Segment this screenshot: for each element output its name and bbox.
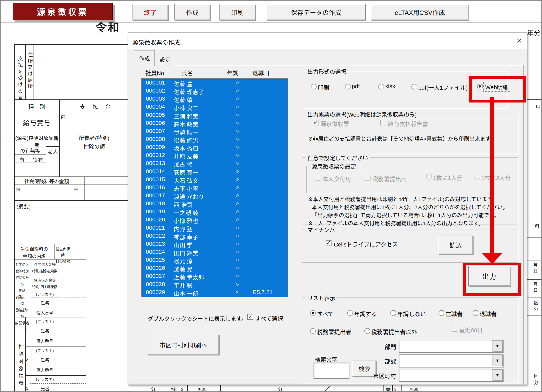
list-item[interactable]: 000004小林 良二○: [142, 103, 287, 111]
radio-filter-nencho-no[interactable]: [390, 310, 396, 316]
radio-print[interactable]: [311, 84, 317, 89]
radio-pdf-label[interactable]: pdf: [352, 83, 360, 89]
city-combo-arrow-icon[interactable]: ▼: [492, 370, 503, 381]
print-button[interactable]: 印刷: [219, 4, 255, 20]
radio-filter-all-label[interactable]: すべて: [317, 309, 334, 318]
employee-name: 平井 聡: [174, 281, 193, 289]
list-item[interactable]: 000007伊勢 順一○: [142, 127, 287, 135]
dept-combobox[interactable]: ▼: [399, 340, 503, 353]
dialog-titlebar[interactable]: 源泉徴収票の作成 ×: [128, 33, 527, 49]
list-item[interactable]: 000002佐藤 理恵子○: [142, 87, 287, 95]
select-all-checkbox[interactable]: [247, 314, 253, 320]
list-item[interactable]: 000009坂本 秀樹○: [142, 143, 287, 151]
radio-pdf[interactable]: [345, 84, 351, 89]
form-uchi-label: 内: [61, 113, 65, 120]
radio-filter-tax-submit-other-label[interactable]: 税務署提出者以外: [371, 327, 417, 336]
eltax-csv-button[interactable]: eLTAX用CSV作成: [371, 4, 469, 20]
list-item[interactable]: 000025松元 涼○: [142, 256, 287, 264]
radio-filter-retired-label[interactable]: 退職者: [479, 309, 497, 318]
tab-create[interactable]: 作成: [134, 50, 155, 66]
list-item[interactable]: 000026加藤 晃○: [142, 264, 287, 272]
list-item[interactable]: 000027近藤 幸太郎○: [142, 272, 287, 280]
checkbox-cells-drive-label[interactable]: Cellsドライブにアクセス: [334, 240, 398, 248]
radio-filter-active[interactable]: [439, 310, 444, 316]
employee-no: 000021: [146, 224, 165, 231]
list-item[interactable]: 000013加古 修○: [142, 159, 287, 167]
app-title-button[interactable]: 源泉徴収票: [13, 3, 113, 20]
nencho-mark: ○: [231, 233, 243, 239]
radio-filter-retired[interactable]: [473, 310, 478, 316]
form-line: [79, 176, 79, 185]
list-item[interactable]: 000023山田 学○: [142, 240, 287, 248]
radio-pdf-per-person-label[interactable]: pdf(一人1ファイル): [418, 83, 468, 91]
radio-filter-nencho-yes-label[interactable]: 年調する: [354, 309, 377, 318]
list-item[interactable]: 000028平井 聡○: [142, 280, 287, 288]
dept-label: 部門: [385, 342, 396, 351]
nencho-mark: ○: [231, 265, 243, 271]
employee-name: 伊勢 順一: [174, 128, 198, 136]
list-item[interactable]: 000012井原 友美○: [142, 151, 287, 159]
city-print-button[interactable]: 市区町村別印刷へ: [148, 335, 219, 355]
list-item[interactable]: 000017渡邊 かおり○: [142, 192, 287, 200]
form-line: [438, 385, 438, 392]
radio-filter-tax-submit-other[interactable]: [364, 328, 370, 334]
list-item[interactable]: 000021内野 猛○: [142, 224, 287, 232]
radio-filter-tax-submit[interactable]: [310, 328, 316, 334]
list-item[interactable]: 000022神部 幸子○: [142, 232, 287, 240]
list-item[interactable]: 000006髙木 政美○: [142, 119, 287, 127]
city-combobox[interactable]: ▼: [399, 369, 503, 382]
employee-no: 000024: [146, 249, 165, 255]
list-item[interactable]: 000005三浦 和美○: [142, 111, 287, 119]
radio-print-label[interactable]: 印刷: [318, 83, 329, 91]
radio-filter-tax-submit-label[interactable]: 税務署提出者: [317, 327, 351, 336]
form-line: [14, 200, 128, 201]
radio-filter-nencho-yes[interactable]: [347, 310, 353, 316]
form-subhave-label: 従有: [30, 156, 46, 163]
exit-button[interactable]: 終了: [132, 4, 168, 20]
list-item[interactable]: 000016志平 小雪○: [142, 184, 287, 192]
list-item[interactable]: 000014荻原 真一○: [142, 168, 287, 175]
create-button[interactable]: 作成: [174, 4, 210, 20]
nencho-mark: ○: [231, 273, 243, 279]
radio-filter-all[interactable]: [310, 310, 316, 316]
employee-no: 000019: [146, 208, 165, 215]
checkbox-payment-report-label: 給与支払報告書: [388, 119, 428, 128]
radio-xlsx-label[interactable]: xlsx: [385, 83, 395, 89]
form-line: [30, 355, 86, 355]
section-combo-arrow-icon[interactable]: ▼: [492, 355, 503, 366]
close-icon[interactable]: ×: [517, 35, 522, 46]
city-label: 市区町村: [373, 371, 396, 380]
employee-name: 坂本 秀樹: [174, 144, 198, 152]
form-salary-cell: 給与賞与: [14, 118, 59, 127]
form-furigana-2: (フリガナ): [30, 348, 60, 353]
radio-pdf-per-person[interactable]: [412, 84, 417, 89]
list-item[interactable]: 000024田口 輝美○: [142, 248, 287, 256]
list-item[interactable]: 000019一之瀬 綾○: [142, 208, 287, 216]
list-item[interactable]: 000015大石 弘文○: [142, 175, 287, 184]
radio-xlsx[interactable]: [378, 84, 384, 89]
radio-filter-active-label[interactable]: 在職者: [445, 309, 463, 318]
search-input[interactable]: [314, 363, 349, 379]
tab-settings[interactable]: 設定: [155, 52, 175, 66]
list-item[interactable]: 000020小柳 雅也○: [142, 216, 287, 224]
radio-filter-nencho-no-label[interactable]: 年調しない: [397, 309, 426, 318]
radio-two-per-sheet: [475, 174, 480, 180]
list-item[interactable]: 000029山本 一郎×R5.7.21: [142, 288, 287, 296]
employee-name: 田口 輝美: [174, 249, 198, 257]
list-item[interactable]: 000001佐藤 豊○: [142, 79, 287, 87]
group-slip-settings-title: 源泉徴収票の設定: [310, 162, 358, 170]
save-data-button[interactable]: 保存データの作成: [267, 4, 366, 20]
employee-no: 000006: [146, 120, 165, 126]
checkbox-cells-drive[interactable]: [326, 240, 331, 246]
employee-listbox[interactable]: 000001佐藤 豊○000002佐藤 理恵子○000003佐藤 肇○00000…: [141, 78, 288, 297]
list-item[interactable]: 000003佐藤 肇○: [142, 95, 287, 103]
list-item[interactable]: 000008後藤 純男○: [142, 135, 287, 143]
section-combobox[interactable]: ▼: [399, 354, 503, 367]
load-button[interactable]: 読込: [438, 236, 473, 254]
checkbox-payment-report: [380, 120, 386, 125]
list-item[interactable]: 000018西 浩司○: [142, 200, 287, 208]
form-fragment-bun-1: 分: [151, 386, 156, 392]
search-button[interactable]: 検索: [352, 360, 376, 377]
employee-name: 荻原 真一: [174, 168, 198, 176]
dept-combo-arrow-icon[interactable]: ▼: [492, 340, 503, 352]
